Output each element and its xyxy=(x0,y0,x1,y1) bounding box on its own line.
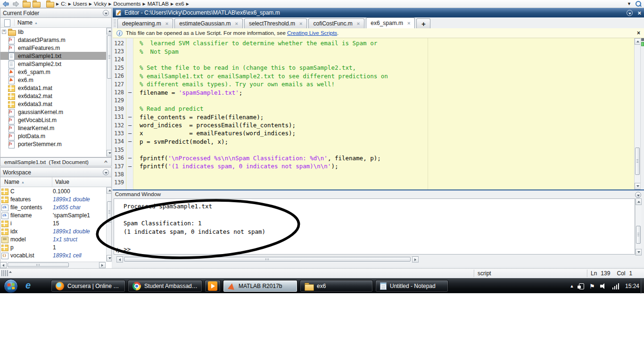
code-ok-indicator[interactable] xyxy=(641,42,644,46)
creating-live-scripts-link[interactable]: Creating Live Scripts xyxy=(287,30,337,36)
breadcrumb-segment[interactable]: Vicky xyxy=(94,1,107,7)
breadcrumb-segment[interactable]: ex6 xyxy=(175,1,184,7)
scroll-down-icon[interactable] xyxy=(636,249,642,255)
show-desktop-button[interactable] xyxy=(641,279,644,294)
hidden-icons-chevron[interactable]: ▲ xyxy=(570,284,574,288)
workspace-variable-row[interactable]: C0.1000 xyxy=(0,187,106,195)
volume-icon[interactable] xyxy=(600,283,607,289)
workspace-hscrollbar[interactable] xyxy=(0,262,106,268)
code-line[interactable]: 127% different emails types). Try your o… xyxy=(113,80,634,88)
workspace-scrollbar[interactable] xyxy=(106,187,112,262)
start-button[interactable] xyxy=(4,279,18,293)
file-list-item[interactable]: porterStemmer.m xyxy=(0,140,106,148)
workspace-column-header[interactable]: Name ▲ Value xyxy=(0,177,112,187)
code-line[interactable]: 122% learned SVM classifier to determine… xyxy=(113,39,634,47)
taskbar-button-student-ambassador[interactable]: Student Ambassador... xyxy=(128,280,202,292)
power-plug-icon[interactable] xyxy=(579,283,584,289)
taskbar-button[interactable] xyxy=(205,280,221,292)
breadcrumb-segment[interactable]: MATLAB xyxy=(148,1,169,7)
taskbar-clock[interactable]: 15:24 xyxy=(625,283,639,289)
code-line[interactable]: 130% Read and predict xyxy=(113,105,634,113)
file-list-item[interactable]: emailSample2.txt xyxy=(0,60,106,68)
tab-close-icon[interactable]: × xyxy=(299,21,302,26)
scroll-up-icon[interactable] xyxy=(107,187,112,194)
workspace-variable-row[interactable]: filename'spamSample1 xyxy=(0,211,106,219)
tab-close-icon[interactable]: × xyxy=(165,21,168,26)
command-window-output[interactable]: Processed spamSample1.txt Spam Classific… xyxy=(114,198,635,255)
fx-hint-button[interactable]: fx xyxy=(116,247,120,252)
scroll-right-icon[interactable] xyxy=(412,256,419,263)
workspace-variable-row[interactable]: file_contents1x655 char xyxy=(0,203,106,211)
editor-menu-icon[interactable] xyxy=(627,10,633,16)
code-editor-area[interactable]: 122% learned SVM classifier to determine… xyxy=(113,38,644,189)
scroll-left-icon[interactable] xyxy=(0,262,7,268)
expand-plus-icon[interactable] xyxy=(2,30,6,34)
code-line[interactable]: 132–word_indices = processEmail(file_con… xyxy=(113,121,634,129)
workspace-variable-row[interactable]: p1 xyxy=(0,243,106,251)
command-prompt[interactable]: >> xyxy=(124,246,131,253)
file-list-item[interactable]: ex6.m xyxy=(0,76,106,84)
command-window-menu-icon[interactable] xyxy=(635,192,641,198)
workspace-variable-row[interactable]: idx1899x1 double xyxy=(0,227,106,235)
code-line[interactable]: 138 xyxy=(113,170,634,178)
scroll-thumb[interactable] xyxy=(107,201,112,222)
scroll-right-icon[interactable] xyxy=(99,262,106,268)
file-list-item[interactable]: ex6_spam.m xyxy=(0,68,106,76)
code-line[interactable]: 136–fprintf('\nProcessed %s\n\nSpam Clas… xyxy=(113,154,634,162)
scroll-up-icon[interactable] xyxy=(636,198,642,205)
browse-folder-icon[interactable] xyxy=(33,0,40,7)
code-line[interactable]: 128–filename = 'spamSample1.txt'; xyxy=(113,88,634,96)
editor-tab[interactable]: selectThreshold.m× xyxy=(244,18,307,28)
address-dropdown-icon[interactable]: ▼ xyxy=(627,1,631,6)
editor-titlebar[interactable]: Editor - C:\Users\Vicky\Documents\MATLAB… xyxy=(113,8,644,17)
breadcrumb-segment[interactable]: C: xyxy=(61,1,66,7)
forward-icon[interactable] xyxy=(12,1,20,7)
editor-close-icon[interactable]: × xyxy=(637,10,641,16)
internet-explorer-icon[interactable]: e xyxy=(25,280,31,291)
up-one-level-icon[interactable] xyxy=(23,0,30,7)
code-line[interactable]: 126% emailSample1.txt or emailSample2.tx… xyxy=(113,72,634,80)
tab-close-icon[interactable]: × xyxy=(407,20,410,26)
scroll-thumb[interactable] xyxy=(107,35,112,79)
breadcrumb-segment[interactable]: Documents xyxy=(113,1,140,7)
workspace-variable-row[interactable]: vocabList1899x1 cell xyxy=(0,251,106,259)
scroll-down-icon[interactable] xyxy=(107,255,112,262)
code-line[interactable]: 137–fprintf('(1 indicates spam, 0 indica… xyxy=(113,162,634,170)
file-list-item[interactable]: gaussianKernel.m xyxy=(0,108,106,116)
file-list-item[interactable]: ex6data3.mat xyxy=(0,100,106,108)
editor-tab-active[interactable]: ex6_spam.m× xyxy=(366,17,415,28)
code-line[interactable]: 131–file_contents = readFile(filename); xyxy=(113,113,634,121)
taskbar-button-matlab-r2017b[interactable]: MATLAB R2017b xyxy=(223,280,297,292)
code-line[interactable]: 134–p = svmPredict(model, x); xyxy=(113,138,634,146)
file-list-item[interactable]: ex6data1.mat xyxy=(0,84,106,92)
file-list-item[interactable]: dataset3Params.m xyxy=(0,36,106,44)
file-details-bar[interactable]: emailSample1.txt (Text Document) ^ xyxy=(0,157,112,166)
file-list-item[interactable]: linearKernel.m xyxy=(0,124,106,132)
code-line[interactable]: 123% Not Spam xyxy=(113,47,634,55)
scroll-thumb[interactable] xyxy=(124,257,411,262)
workspace-variable-row[interactable]: features1899x1 double xyxy=(0,195,106,203)
collapse-details-icon[interactable]: ^ xyxy=(104,159,107,165)
back-icon[interactable] xyxy=(2,1,9,7)
panel-menu-icon[interactable] xyxy=(103,169,109,175)
info-close-icon[interactable]: × xyxy=(637,30,640,36)
breadcrumb-segment[interactable]: Users xyxy=(73,1,87,7)
panel-menu-icon[interactable] xyxy=(103,10,109,16)
file-list-item[interactable]: ex6data2.mat xyxy=(0,92,106,100)
action-center-flag-icon[interactable]: ⚑ xyxy=(589,283,595,289)
tab-close-icon[interactable]: × xyxy=(235,21,238,26)
workspace-variable-row[interactable]: model1x1 struct xyxy=(0,235,106,243)
workspace-variable-row[interactable]: i15 xyxy=(0,219,106,227)
network-signal-icon[interactable] xyxy=(612,283,620,289)
file-list-item[interactable]: plotData.m xyxy=(0,132,106,140)
editor-tab[interactable]: deeplearning.m× xyxy=(117,18,173,28)
file-list-scrollbar[interactable] xyxy=(106,28,112,156)
tab-close-icon[interactable]: × xyxy=(357,21,360,26)
scroll-thumb[interactable] xyxy=(636,226,641,244)
file-list-item[interactable]: getVocabList.m xyxy=(0,116,106,124)
new-tab-button[interactable]: + xyxy=(416,18,430,28)
code-line[interactable]: 129 xyxy=(113,97,634,105)
file-list-column-header[interactable]: Name ▲ xyxy=(0,18,112,28)
code-line[interactable]: 124 xyxy=(113,56,634,64)
scroll-down-icon[interactable] xyxy=(107,150,112,156)
